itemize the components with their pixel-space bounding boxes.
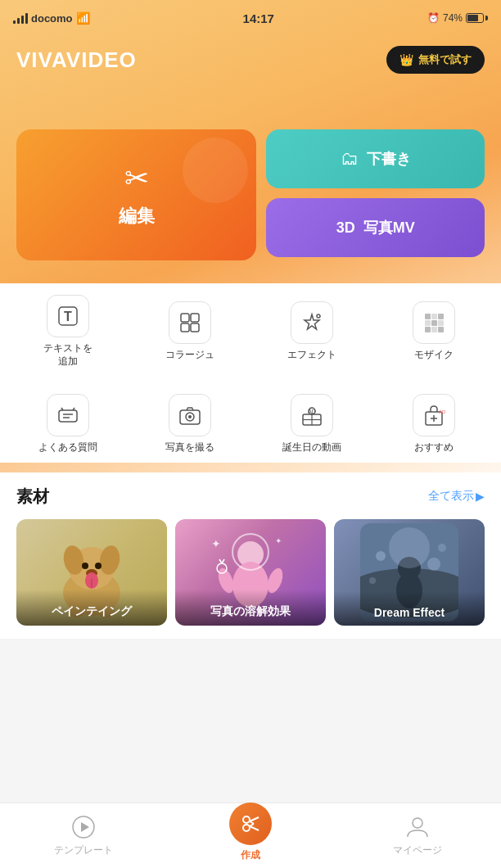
main-actions: ✂ 編集 🗂 下書き 3D 写真MV <box>0 129 501 260</box>
svg-rect-16 <box>59 410 77 422</box>
draft-icon: 🗂 <box>341 148 359 170</box>
svg-line-68 <box>250 826 259 830</box>
svg-text:T: T <box>64 310 72 323</box>
svg-point-60 <box>427 558 440 571</box>
scissors-nav-icon <box>239 812 262 835</box>
trial-button[interactable]: 👑 無料で試す <box>386 46 485 74</box>
svg-rect-3 <box>191 314 199 322</box>
signal-icon <box>13 12 28 24</box>
alarm-icon: ⏰ <box>427 12 440 24</box>
svg-rect-11 <box>431 320 437 326</box>
nav-create[interactable]: 作成 <box>167 809 334 862</box>
create-icon <box>229 802 272 845</box>
svg-line-70 <box>250 824 254 826</box>
svg-point-59 <box>376 551 386 561</box>
tool-effect[interactable]: エフェクト <box>254 283 369 376</box>
tool-collage[interactable]: コラージュ <box>132 283 247 376</box>
photo-mv-label: 写真MV <box>363 218 415 237</box>
svg-point-66 <box>243 825 250 831</box>
svg-point-62 <box>438 544 446 552</box>
svg-point-38 <box>95 563 102 569</box>
nav-template[interactable]: テンプレート <box>0 814 167 857</box>
svg-point-6 <box>317 314 320 318</box>
tool-camera[interactable]: 写真を撮る <box>132 382 247 463</box>
status-left: docomo 📶 <box>13 11 90 25</box>
bottom-spacer <box>0 639 501 655</box>
scissors-icon: ✂ <box>124 161 149 196</box>
svg-text:✦: ✦ <box>211 537 221 550</box>
mosaic-icon <box>413 301 455 344</box>
nav-template-label: テンプレート <box>54 843 113 857</box>
tool-faq[interactable]: よくある質問 <box>10 382 125 463</box>
edit-label: 編集 <box>119 204 155 228</box>
right-action-buttons: 🗂 下書き 3D 写真MV <box>266 129 485 260</box>
thumb-label-3: Dream Effect <box>334 591 485 626</box>
add-text-icon: T <box>47 295 89 337</box>
svg-point-23 <box>188 415 192 418</box>
svg-text:✦: ✦ <box>275 536 282 545</box>
app-title: VIVAVIDEO <box>16 47 137 73</box>
svg-point-65 <box>243 816 250 823</box>
tools-section: T テキストを 追加 コラージュ <box>0 283 501 463</box>
thumb-label-2: 写真の溶解効果 <box>175 590 326 626</box>
carrier-label: docomo <box>31 12 73 25</box>
svg-rect-13 <box>425 327 431 332</box>
tool-recommend[interactable]: AD おすすめ <box>376 382 491 463</box>
status-right: ⏰ 74% <box>427 12 488 24</box>
effect-label: エフェクト <box>287 349 336 362</box>
svg-line-49 <box>219 559 222 563</box>
crown-icon: 👑 <box>399 53 413 66</box>
svg-point-71 <box>413 818 422 828</box>
nav-create-label: 作成 <box>241 848 260 862</box>
battery-percent: 74% <box>443 12 463 24</box>
arrow-icon: ▶ <box>476 490 485 503</box>
draft-label: 下書き <box>367 149 411 169</box>
material-thumb-1[interactable]: ペインテイング <box>16 519 167 626</box>
template-icon <box>70 814 97 840</box>
svg-text:AD: AD <box>308 409 316 414</box>
effect-icon <box>291 301 333 344</box>
view-all-button[interactable]: 全て表示 ▶ <box>428 489 485 504</box>
svg-rect-5 <box>191 323 199 332</box>
draft-button[interactable]: 🗂 下書き <box>266 129 485 188</box>
photo-mv-icon: 3D <box>336 219 355 237</box>
main-content: VIVAVIDEO 👑 無料で試す ✂ 編集 🗂 下書き 3D 写真MV <box>0 36 501 802</box>
photo-mv-button[interactable]: 3D 写真MV <box>266 198 485 257</box>
svg-rect-12 <box>438 320 444 326</box>
time-label: 14:17 <box>243 11 274 25</box>
tool-birthday[interactable]: AD 誕生日の動画 <box>254 382 369 463</box>
recommend-icon: AD <box>413 394 455 436</box>
recommend-label: おすすめ <box>414 441 454 454</box>
tool-mosaic[interactable]: モザイク <box>376 283 491 376</box>
svg-text:AD: AD <box>439 409 445 414</box>
edit-button[interactable]: ✂ 編集 <box>16 129 256 260</box>
material-thumb-2[interactable]: ✦ ✦ 写真の溶解効果 <box>175 519 326 626</box>
materials-title: 素材 <box>16 486 49 508</box>
svg-point-61 <box>369 577 376 584</box>
header: VIVAVIDEO 👑 無料で試す <box>0 36 501 80</box>
hero-spacer <box>0 80 501 129</box>
svg-rect-15 <box>438 327 444 332</box>
mypage-icon <box>404 814 431 840</box>
thumb-label-1: ペインテイング <box>16 590 167 626</box>
svg-rect-2 <box>181 314 189 322</box>
add-text-label: テキストを 追加 <box>43 342 93 368</box>
birthday-label: 誕生日の動画 <box>282 441 341 454</box>
svg-rect-8 <box>431 314 437 319</box>
materials-section: 素材 全て表示 ▶ <box>0 472 501 639</box>
svg-rect-10 <box>425 320 431 326</box>
svg-point-58 <box>389 527 430 568</box>
bottom-nav: テンプレート 作成 マイページ <box>0 802 501 868</box>
svg-rect-7 <box>425 314 431 319</box>
materials-header: 素材 全て表示 ▶ <box>16 486 485 508</box>
svg-marker-64 <box>81 822 89 832</box>
svg-rect-14 <box>431 327 437 332</box>
nav-mypage-label: マイページ <box>393 843 442 857</box>
tool-add-text[interactable]: T テキストを 追加 <box>10 283 125 376</box>
svg-rect-9 <box>438 314 444 319</box>
view-all-label: 全て表示 <box>428 489 474 504</box>
material-thumbnails: ペインテイング <box>16 519 485 626</box>
material-thumb-3[interactable]: Dream Effect <box>334 519 485 626</box>
svg-point-37 <box>82 563 88 569</box>
nav-mypage[interactable]: マイページ <box>334 814 501 857</box>
